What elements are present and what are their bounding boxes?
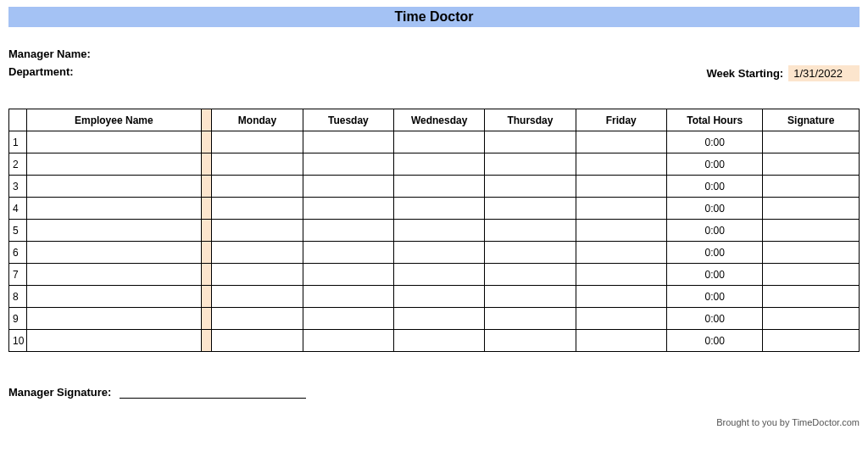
total-cell: 0:00 <box>666 264 763 286</box>
table-row: 70:00 <box>9 264 860 286</box>
col-gap <box>202 109 212 131</box>
row-index: 8 <box>9 286 27 308</box>
thu-cell[interactable] <box>485 286 576 308</box>
fri-cell[interactable] <box>576 264 666 286</box>
tue-cell[interactable] <box>303 242 393 264</box>
table-row: 60:00 <box>9 242 860 264</box>
thu-cell[interactable] <box>485 220 576 242</box>
col-employee: Employee Name <box>26 109 201 131</box>
wed-cell[interactable] <box>394 242 485 264</box>
total-cell: 0:00 <box>666 286 763 308</box>
mon-cell[interactable] <box>212 220 303 242</box>
gap-cell <box>202 153 212 176</box>
timesheet-table: Employee Name Monday Tuesday Wednesday T… <box>8 109 860 352</box>
wed-cell[interactable] <box>394 153 485 176</box>
signature-cell[interactable] <box>763 131 860 153</box>
thu-cell[interactable] <box>485 131 576 153</box>
table-row: 80:00 <box>9 286 860 308</box>
table-header-row: Employee Name Monday Tuesday Wednesday T… <box>9 109 860 131</box>
total-cell: 0:00 <box>666 220 763 242</box>
mon-cell[interactable] <box>212 330 303 352</box>
employee-cell[interactable] <box>26 176 201 198</box>
table-row: 90:00 <box>9 308 860 330</box>
gap-cell <box>202 286 212 308</box>
thu-cell[interactable] <box>485 153 576 176</box>
signature-cell[interactable] <box>763 198 860 220</box>
wed-cell[interactable] <box>394 264 485 286</box>
wed-cell[interactable] <box>394 131 485 153</box>
row-index: 4 <box>9 198 27 220</box>
signature-cell[interactable] <box>763 330 860 352</box>
tue-cell[interactable] <box>303 286 393 308</box>
signature-cell[interactable] <box>763 286 860 308</box>
wed-cell[interactable] <box>394 308 485 330</box>
row-index: 5 <box>9 220 27 242</box>
manager-signature-label: Manager Signature: <box>8 386 111 399</box>
mon-cell[interactable] <box>212 176 303 198</box>
tue-cell[interactable] <box>303 198 393 220</box>
tue-cell[interactable] <box>303 220 393 242</box>
employee-cell[interactable] <box>26 220 201 242</box>
gap-cell <box>202 308 212 330</box>
signature-cell[interactable] <box>763 176 860 198</box>
fri-cell[interactable] <box>576 242 666 264</box>
wed-cell[interactable] <box>394 176 485 198</box>
tue-cell[interactable] <box>303 176 393 198</box>
thu-cell[interactable] <box>485 198 576 220</box>
fri-cell[interactable] <box>576 308 666 330</box>
signature-cell[interactable] <box>763 153 860 176</box>
manager-signature-line[interactable] <box>120 398 306 399</box>
col-signature: Signature <box>763 109 860 131</box>
department-label: Department: <box>8 65 74 78</box>
week-starting-label: Week Starting: <box>706 67 783 80</box>
week-starting-value[interactable]: 1/31/2022 <box>788 65 860 81</box>
wed-cell[interactable] <box>394 220 485 242</box>
employee-cell[interactable] <box>26 286 201 308</box>
employee-cell[interactable] <box>26 264 201 286</box>
tue-cell[interactable] <box>303 131 393 153</box>
total-cell: 0:00 <box>666 308 763 330</box>
tue-cell[interactable] <box>303 264 393 286</box>
signature-cell[interactable] <box>763 242 860 264</box>
mon-cell[interactable] <box>212 242 303 264</box>
employee-cell[interactable] <box>26 242 201 264</box>
total-cell: 0:00 <box>666 153 763 176</box>
mon-cell[interactable] <box>212 286 303 308</box>
employee-cell[interactable] <box>26 308 201 330</box>
col-friday: Friday <box>576 109 666 131</box>
thu-cell[interactable] <box>485 330 576 352</box>
mon-cell[interactable] <box>212 153 303 176</box>
table-row: 50:00 <box>9 220 860 242</box>
mon-cell[interactable] <box>212 308 303 330</box>
fri-cell[interactable] <box>576 330 666 352</box>
fri-cell[interactable] <box>576 198 666 220</box>
gap-cell <box>202 330 212 352</box>
tue-cell[interactable] <box>303 308 393 330</box>
fri-cell[interactable] <box>576 131 666 153</box>
thu-cell[interactable] <box>485 176 576 198</box>
employee-cell[interactable] <box>26 153 201 176</box>
employee-cell[interactable] <box>26 131 201 153</box>
mon-cell[interactable] <box>212 198 303 220</box>
manager-name-label: Manager Name: <box>8 47 91 60</box>
thu-cell[interactable] <box>485 242 576 264</box>
employee-cell[interactable] <box>26 198 201 220</box>
wed-cell[interactable] <box>394 198 485 220</box>
tue-cell[interactable] <box>303 153 393 176</box>
mon-cell[interactable] <box>212 264 303 286</box>
signature-cell[interactable] <box>763 220 860 242</box>
tue-cell[interactable] <box>303 330 393 352</box>
signature-cell[interactable] <box>763 264 860 286</box>
fri-cell[interactable] <box>576 286 666 308</box>
employee-cell[interactable] <box>26 330 201 352</box>
fri-cell[interactable] <box>576 220 666 242</box>
mon-cell[interactable] <box>212 131 303 153</box>
wed-cell[interactable] <box>394 330 485 352</box>
wed-cell[interactable] <box>394 286 485 308</box>
signature-cell[interactable] <box>763 308 860 330</box>
thu-cell[interactable] <box>485 264 576 286</box>
fri-cell[interactable] <box>576 176 666 198</box>
thu-cell[interactable] <box>485 308 576 330</box>
total-cell: 0:00 <box>666 242 763 264</box>
fri-cell[interactable] <box>576 153 666 176</box>
